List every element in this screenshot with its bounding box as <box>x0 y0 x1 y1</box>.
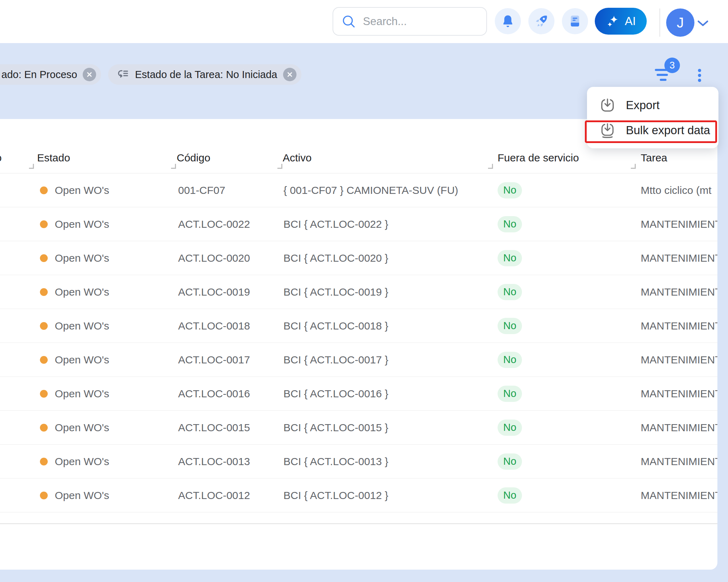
activo-value: BCI { ACT.LOC-0012 } <box>283 489 488 501</box>
activo-value: BCI { ACT.LOC-0019 } <box>283 286 488 298</box>
knowledge-base-button[interactable] <box>562 8 588 34</box>
fuera-de-servicio-badge: No <box>498 250 522 266</box>
column-resize-handle[interactable] <box>277 164 282 169</box>
codigo-value: ACT.LOC-0019 <box>177 286 283 298</box>
ai-assistant-button[interactable]: AI <box>595 8 647 35</box>
topbar-divider <box>659 8 660 37</box>
book-icon <box>568 14 582 28</box>
sparkles-icon <box>606 14 620 28</box>
status-dot-icon <box>40 288 48 296</box>
table-row[interactable]: Open WO's ACT.LOC-0016 BCI { ACT.LOC-001… <box>0 377 717 411</box>
download-icon <box>600 97 615 113</box>
fuera-de-servicio-badge: No <box>498 318 522 334</box>
search-input[interactable] <box>363 15 469 28</box>
search-icon <box>341 14 357 29</box>
remove-filter-button[interactable] <box>83 68 96 81</box>
menu-item-label: Bulk export data <box>626 124 710 137</box>
activo-value: { 001-CF07 } CAMIONETA-SUV (FU) <box>283 184 488 196</box>
status-dot-icon <box>40 220 48 228</box>
column-resize-handle[interactable] <box>631 164 636 169</box>
table-row[interactable]: Open WO's ACT.LOC-0022 BCI { ACT.LOC-002… <box>0 207 717 241</box>
active-filters-badge: 3 <box>664 58 680 73</box>
table-end-strip <box>0 512 717 524</box>
codigo-value: 001-CF07 <box>177 184 283 196</box>
work-orders-table: Estado Código Activo Fuera de servicio T… <box>0 119 717 524</box>
launcher-button[interactable] <box>528 8 554 34</box>
table-row[interactable]: Open WO's ACT.LOC-0018 BCI { ACT.LOC-001… <box>0 309 717 343</box>
column-header-estado[interactable]: Estado <box>37 119 177 164</box>
ai-button-label: AI <box>625 14 636 28</box>
codigo-value: ACT.LOC-0020 <box>177 252 283 264</box>
status-dot-icon <box>40 390 48 398</box>
status-dot-icon <box>40 492 48 499</box>
fuera-de-servicio-badge: No <box>498 216 522 232</box>
notifications-button[interactable] <box>495 8 521 34</box>
user-avatar[interactable]: J <box>666 8 694 37</box>
activo-value: BCI { ACT.LOC-0015 } <box>283 422 488 434</box>
table-row[interactable]: Open WO's 001-CF07 { 001-CF07 } CAMIONET… <box>0 173 717 207</box>
filter-chip-label: Estado de la Tarea: No Iniciada <box>135 69 277 81</box>
remove-filter-button[interactable] <box>283 68 297 81</box>
task-status-icon <box>117 68 129 81</box>
status-dot-icon <box>40 254 48 262</box>
table-row[interactable]: Open WO's ACT.LOC-0017 BCI { ACT.LOC-001… <box>0 343 717 377</box>
filter-chip-estado-tarea[interactable]: Estado de la Tarea: No Iniciada <box>108 64 301 85</box>
estado-value: Open WO's <box>55 456 109 468</box>
estado-value: Open WO's <box>55 320 109 332</box>
filter-chip-estado[interactable]: ado: En Proceso <box>0 64 101 85</box>
codigo-value: ACT.LOC-0013 <box>177 456 283 468</box>
table-row[interactable]: Open WO's ACT.LOC-0013 BCI { ACT.LOC-001… <box>0 445 717 479</box>
column-resize-handle[interactable] <box>171 164 176 169</box>
estado-value: Open WO's <box>55 422 109 434</box>
column-resize-handle[interactable] <box>488 164 493 169</box>
status-dot-icon <box>40 458 48 465</box>
menu-item-label: Export <box>626 99 659 112</box>
codigo-value: ACT.LOC-0016 <box>177 388 283 400</box>
tarea-value: MANTENIMIENT <box>631 489 717 501</box>
codigo-value: ACT.LOC-0022 <box>177 218 283 230</box>
avatar-initial: J <box>677 15 684 31</box>
tarea-value: MANTENIMIENT <box>631 252 717 264</box>
estado-value: Open WO's <box>55 354 109 366</box>
estado-value: Open WO's <box>55 489 109 501</box>
menu-item-bulk-export[interactable]: Bulk export data <box>587 118 718 143</box>
estado-value: Open WO's <box>55 218 109 230</box>
column-resize-handle[interactable] <box>29 164 34 169</box>
activo-value: BCI { ACT.LOC-0018 } <box>283 320 488 332</box>
table-row[interactable]: Open WO's ACT.LOC-0015 BCI { ACT.LOC-001… <box>0 411 717 445</box>
tarea-value: MANTENIMIENT <box>631 218 717 230</box>
column-header-codigo[interactable]: Código <box>177 119 283 164</box>
status-dot-icon <box>40 186 48 194</box>
column-header-activo[interactable]: Activo <box>283 119 488 164</box>
activo-value: BCI { ACT.LOC-0020 } <box>283 252 488 264</box>
user-menu-chevron-icon[interactable] <box>697 20 709 27</box>
tarea-value: MANTENIMIENT <box>631 422 717 434</box>
tarea-value: MANTENIMIENT <box>631 286 717 298</box>
filters-button[interactable]: 3 <box>652 63 684 85</box>
codigo-value: ACT.LOC-0017 <box>177 354 283 366</box>
top-bar: AI J <box>0 0 728 43</box>
menu-item-export[interactable]: Export <box>587 93 718 118</box>
status-dot-icon <box>40 424 48 432</box>
fuera-de-servicio-badge: No <box>498 420 522 436</box>
table-row[interactable]: Open WO's ACT.LOC-0019 BCI { ACT.LOC-001… <box>0 275 717 309</box>
table-row[interactable]: Open WO's ACT.LOC-0012 BCI { ACT.LOC-001… <box>0 479 717 512</box>
fuera-de-servicio-badge: No <box>498 284 522 300</box>
estado-value: Open WO's <box>55 184 109 196</box>
status-dot-icon <box>40 322 48 330</box>
global-search[interactable] <box>333 7 487 36</box>
fuera-de-servicio-badge: No <box>498 453 522 470</box>
tarea-value: MANTENIMIENT <box>631 456 717 468</box>
status-dot-icon <box>40 356 48 364</box>
rocket-icon <box>534 14 549 29</box>
activo-value: BCI { ACT.LOC-0022 } <box>283 218 488 230</box>
estado-value: Open WO's <box>55 252 109 264</box>
tarea-value: Mtto ciclico (mt <box>631 184 717 196</box>
more-options-button[interactable] <box>692 66 706 84</box>
codigo-value: ACT.LOC-0012 <box>177 489 283 501</box>
bulk-download-icon <box>600 122 615 138</box>
activo-value: BCI { ACT.LOC-0017 } <box>283 354 488 366</box>
table-row[interactable]: Open WO's ACT.LOC-0020 BCI { ACT.LOC-002… <box>0 241 717 275</box>
bell-icon <box>500 14 515 29</box>
fuera-de-servicio-badge: No <box>498 352 522 368</box>
